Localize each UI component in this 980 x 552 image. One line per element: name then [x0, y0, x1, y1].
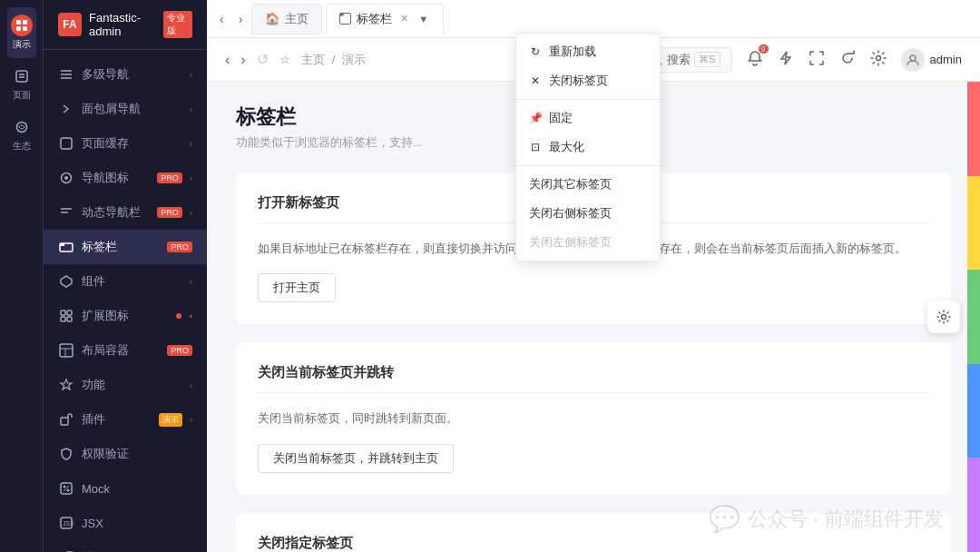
svg-marker-41 [781, 52, 790, 64]
component-arrow: › [190, 277, 192, 287]
demo-label: 演示 [13, 38, 31, 51]
ecology-label: 生态 [13, 140, 31, 153]
back-icon[interactable]: ‹ [225, 52, 230, 68]
notification-icon[interactable]: 9 [743, 46, 767, 74]
tab-close-btn[interactable]: ✕ [397, 12, 411, 25]
color-bar-red [967, 82, 980, 176]
page-label: 页面 [13, 89, 31, 102]
tab-forward-btn[interactable]: › [233, 8, 249, 30]
app-name: Fantastic-admin [89, 11, 154, 38]
section-close-jump: 关闭当前标签页并跳转 关闭当前标签页，同时跳转到新页面。 关闭当前标签页，并跳转… [236, 342, 951, 494]
ecology-nav-btn[interactable]: 生态 [7, 109, 36, 160]
sidebar-item-jsx[interactable]: JSX JSX [44, 506, 207, 540]
layout-icon [58, 342, 74, 359]
tab-dropdown-menu: ↻ 重新加载 ✕ 关闭标签页 📌 固定 ⊡ 最大化 关闭其 [515, 33, 661, 261]
sidebar-item-mock[interactable]: Mock [44, 471, 207, 506]
svg-rect-19 [61, 310, 65, 315]
breadcrumb-home[interactable]: 主页 [301, 52, 325, 68]
svg-rect-2 [16, 26, 21, 31]
header-icons: 9 [743, 46, 890, 74]
svg-point-29 [67, 489, 70, 492]
dropdown-close-left: 关闭左侧标签页 [516, 228, 660, 257]
reload-icon: ↻ [529, 45, 542, 58]
plugin-preview: 演示 [159, 413, 182, 427]
sidebar-item-tab-bar[interactable]: 标签栏 PRO [44, 230, 207, 264]
sidebar-item-auth[interactable]: 权限验证 [44, 437, 207, 471]
sidebar-nav: 多级导航 › 面包屑导航 › 页面缓存 › [44, 50, 207, 552]
settings-icon[interactable] [867, 46, 890, 74]
sidebar-item-component[interactable]: 组件 › [44, 264, 207, 299]
auth-label: 权限验证 [82, 446, 192, 462]
close-jump-home-btn[interactable]: 关闭当前标签页，并跳转到主页 [258, 444, 454, 473]
close-tab-label: 关闭标签页 [549, 73, 608, 89]
sidebar-item-plugin[interactable]: 插件 演示 › [44, 402, 207, 437]
svg-rect-22 [67, 317, 72, 321]
dropdown-pin[interactable]: 📌 固定 [516, 104, 660, 133]
sidebar-item-nav-icon[interactable]: 导航图标 PRO › [44, 161, 207, 195]
sidebar-item-page-cache[interactable]: 页面缓存 › [44, 126, 207, 161]
extend-icon-icon [58, 308, 74, 324]
sidebar-item-dynamic-nav[interactable]: 动态导航栏 PRO › [44, 195, 207, 230]
component-label: 组件 [82, 273, 182, 290]
tab-tag-bar[interactable]: 标签栏 ✕ ▼ [326, 4, 444, 34]
dropdown-close-others[interactable]: 关闭其它标签页 [516, 170, 660, 199]
sidebar-item-extend-icon[interactable]: 扩展图标 • [44, 299, 207, 333]
jsx-label: JSX [82, 517, 192, 530]
header-right: 搜索 ⌘S 9 [639, 46, 962, 74]
settings-fab-icon [936, 310, 951, 324]
page-nav-btn[interactable]: 页面 [7, 58, 36, 109]
nav-icon-pro: PRO [157, 172, 182, 183]
demo-nav-btn[interactable]: 演示 [7, 7, 36, 58]
user-info[interactable]: admin [901, 48, 962, 72]
lightning-icon[interactable] [774, 46, 798, 74]
section-close-specific-title: 关闭指定标签页 [258, 535, 929, 552]
tab-tag-icon [339, 13, 351, 25]
nav-icon-label: 导航图标 [82, 170, 150, 186]
open-home-btn[interactable]: 打开主页 [258, 273, 336, 302]
refresh-icon[interactable] [836, 46, 859, 74]
dropdown-reload[interactable]: ↻ 重新加载 [516, 37, 660, 66]
reload-header-icon: ↺ [257, 51, 269, 68]
sidebar-item-multi-nav[interactable]: 多级导航 › [44, 57, 207, 92]
plugin-arrow: › [190, 415, 192, 425]
dynamic-nav-label: 动态导航栏 [82, 204, 150, 221]
function-icon [58, 377, 74, 393]
breadcrumb-sep: / [332, 53, 336, 66]
tab-home[interactable]: 🏠 主页 [251, 4, 322, 34]
svg-point-43 [910, 55, 916, 61]
close-tab-icon: ✕ [529, 74, 542, 87]
fullscreen-icon[interactable] [805, 46, 828, 74]
svg-point-28 [64, 486, 66, 488]
page-cache-arrow: › [190, 139, 192, 149]
svg-rect-21 [61, 317, 65, 321]
plugin-icon [58, 411, 74, 428]
sidebar-item-external[interactable]: 外链 › [44, 540, 207, 552]
notification-badge: 9 [759, 44, 769, 54]
auth-icon [58, 446, 74, 462]
tab-dropdown-btn[interactable]: ▼ [416, 14, 430, 25]
forward-icon[interactable]: › [240, 52, 245, 68]
star-icon[interactable]: ☆ [279, 53, 290, 66]
dynamic-nav-arrow: › [190, 208, 192, 218]
tab-back-btn[interactable]: ‹ [214, 8, 230, 30]
breadcrumb-current: 演示 [342, 52, 366, 68]
sidebar-item-layout[interactable]: 布局容器 PRO [44, 333, 207, 368]
multi-nav-label: 多级导航 [82, 66, 182, 83]
dropdown-maximize[interactable]: ⊡ 最大化 [516, 133, 660, 162]
pin-icon: 📌 [529, 112, 542, 124]
app-badge: 专业版 [163, 11, 192, 38]
color-sidebar [967, 82, 980, 552]
dropdown-close-right[interactable]: 关闭右侧标签页 [516, 199, 660, 228]
header-left: ‹ › ↺ ☆ 主页 / 演示 [225, 51, 366, 68]
svg-rect-1 [23, 20, 27, 25]
sidebar-item-function[interactable]: 功能 › [44, 368, 207, 402]
dropdown-divider-1 [516, 99, 660, 100]
dropdown-close-tab[interactable]: ✕ 关闭标签页 [516, 66, 660, 95]
svg-text:JSX: JSX [63, 520, 74, 527]
dynamic-nav-icon [58, 204, 74, 221]
close-others-label: 关闭其它标签页 [529, 176, 612, 192]
jsx-icon: JSX [58, 515, 74, 531]
reload-label: 重新加载 [549, 44, 596, 60]
sidebar-item-breadcrumb[interactable]: 面包屑导航 › [44, 92, 207, 126]
settings-fab[interactable] [927, 301, 960, 333]
